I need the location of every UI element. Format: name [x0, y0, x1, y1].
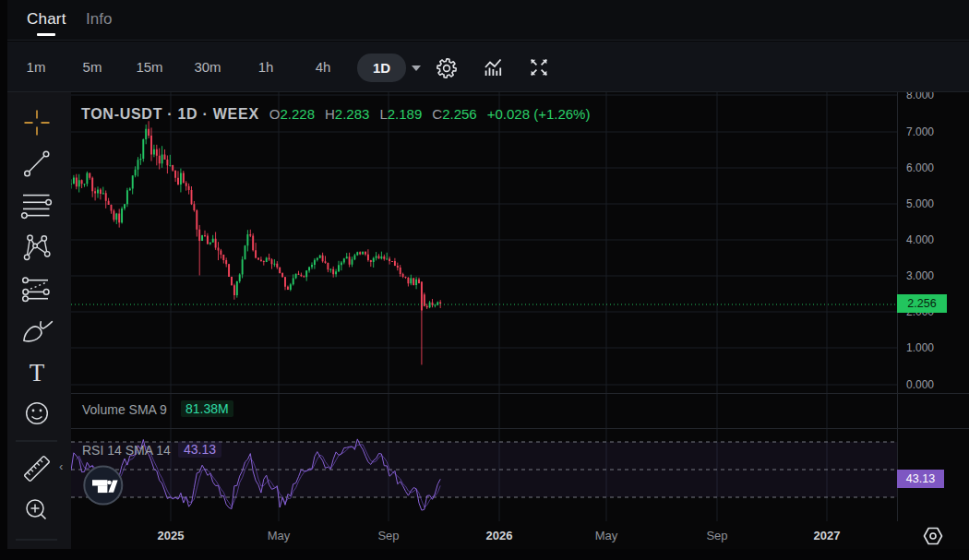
svg-text:T: T	[30, 359, 45, 387]
